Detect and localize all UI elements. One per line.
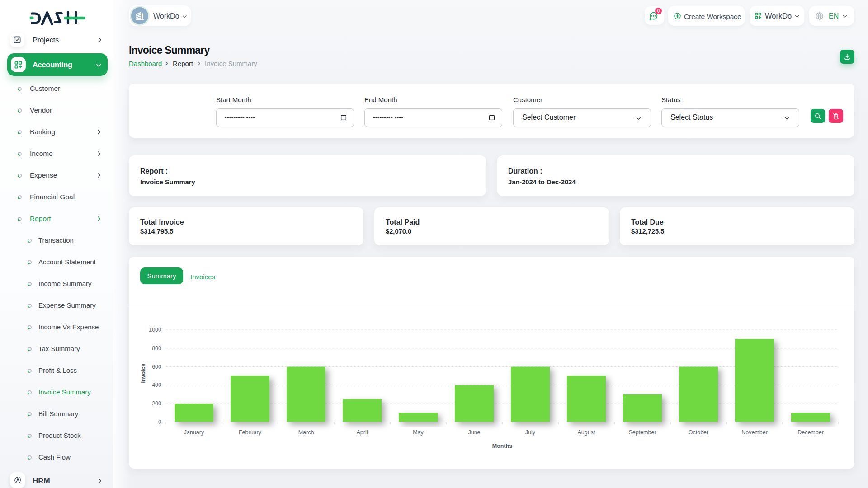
svg-text:February: February — [239, 429, 262, 436]
svg-text:Invoice: Invoice — [140, 363, 146, 383]
svg-text:Months: Months — [492, 443, 512, 449]
svg-text:200: 200 — [152, 400, 161, 407]
svg-text:November: November — [741, 429, 768, 436]
svg-text:0: 0 — [158, 419, 161, 425]
svg-text:400: 400 — [152, 382, 161, 388]
svg-text:December: December — [797, 429, 824, 436]
svg-text:July: July — [525, 429, 536, 436]
svg-text:April: April — [356, 429, 368, 436]
svg-text:600: 600 — [152, 364, 161, 370]
svg-text:May: May — [413, 429, 424, 436]
svg-text:August: August — [578, 429, 595, 436]
svg-text:800: 800 — [152, 345, 161, 352]
svg-text:March: March — [298, 429, 314, 436]
svg-text:1000: 1000 — [149, 327, 161, 333]
svg-text:October: October — [689, 429, 708, 436]
svg-text:June: June — [468, 429, 480, 436]
svg-text:September: September — [628, 429, 656, 436]
svg-text:January: January — [184, 429, 204, 436]
